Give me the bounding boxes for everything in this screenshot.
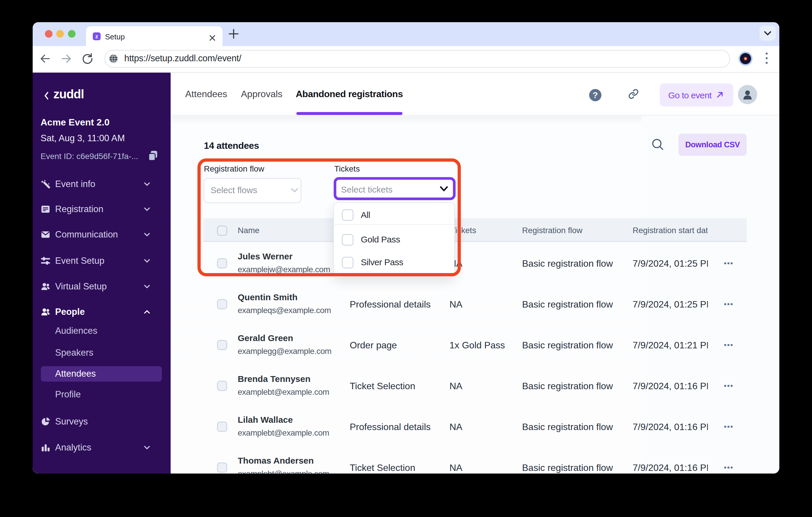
svg-text:z: z <box>95 33 98 39</box>
